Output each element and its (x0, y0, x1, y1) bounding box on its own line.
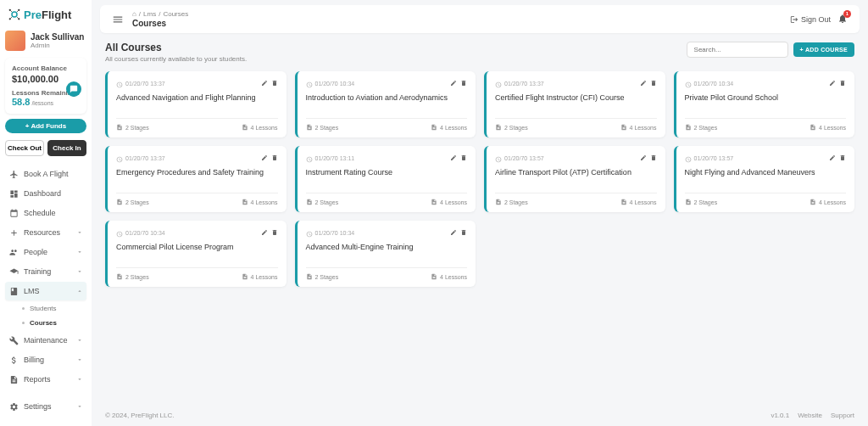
svg-line-7 (11, 17, 13, 19)
svg-line-6 (17, 11, 19, 13)
course-lessons: 4 Lessons (810, 199, 846, 205)
footer-support[interactable]: Support (831, 412, 854, 419)
nav-settings[interactable]: Settings (5, 397, 86, 416)
nav-dashboard[interactable]: Dashboard (5, 184, 86, 203)
edit-icon[interactable] (450, 227, 457, 238)
delete-icon[interactable] (650, 78, 657, 88)
delete-icon[interactable] (650, 153, 657, 163)
delete-icon[interactable] (460, 153, 467, 163)
nav-schedule[interactable]: Schedule (5, 204, 86, 222)
course-date: 01/20/70 13:37 (125, 81, 165, 87)
delete-icon[interactable] (839, 78, 846, 88)
breadcrumb-home[interactable]: ⌂ (132, 10, 136, 18)
main-nav: Book A Flight Dashboard Schedule Resourc… (5, 165, 86, 416)
svg-line-8 (17, 17, 19, 19)
course-lessons: 4 Lessons (620, 124, 657, 131)
delete-icon[interactable] (460, 227, 467, 238)
breadcrumb-lms[interactable]: Lms (143, 10, 156, 18)
calendar-icon (8, 208, 19, 218)
edit-icon[interactable] (261, 153, 268, 163)
course-card[interactable]: 01/20/70 13:57Airline Transport Pilot (A… (484, 146, 665, 212)
svg-point-0 (12, 12, 17, 17)
footer-website[interactable]: Website (798, 412, 822, 419)
course-date: 01/20/70 13:37 (504, 81, 544, 87)
search-input[interactable] (687, 42, 788, 58)
nav-billing[interactable]: Billing (5, 350, 86, 369)
course-lessons: 4 Lessons (810, 124, 846, 131)
chevron-down-icon (76, 337, 83, 344)
delete-icon[interactable] (271, 153, 278, 163)
content: All Courses All courses currently availa… (92, 33, 868, 405)
notifications-button[interactable]: 1 (837, 14, 848, 25)
chat-icon[interactable] (66, 81, 81, 97)
chevron-down-icon (76, 229, 83, 236)
course-card[interactable]: 01/20/70 13:57Night Flying and Advanced … (674, 146, 855, 212)
add-course-button[interactable]: + ADD COURSE (793, 42, 854, 57)
plane-icon (8, 169, 19, 179)
course-card[interactable]: 01/20/70 10:34Introduction to Aviation a… (295, 71, 476, 137)
edit-icon[interactable] (640, 153, 647, 163)
nav-training-label: Training (24, 267, 51, 276)
delete-icon[interactable] (460, 78, 467, 88)
delete-icon[interactable] (271, 78, 278, 88)
edit-icon[interactable] (829, 153, 836, 163)
course-card[interactable]: 01/20/70 13:37Emergency Procedures and S… (105, 146, 287, 212)
edit-icon[interactable] (450, 78, 457, 88)
course-stages: 2 Stages (306, 199, 339, 205)
course-card[interactable]: 01/20/70 10:34Private Pilot Ground Schoo… (674, 71, 855, 137)
people-icon (8, 247, 19, 257)
course-lessons: 4 Lessons (242, 124, 278, 131)
training-icon (8, 266, 19, 277)
subnav-students[interactable]: Students (15, 301, 86, 316)
nav-book-flight[interactable]: Book A Flight (5, 165, 86, 183)
course-title: Airline Transport Pilot (ATP) Certificat… (495, 168, 657, 178)
clock-icon (685, 80, 692, 87)
nav-billing-label: Billing (24, 356, 44, 364)
nav-schedule-label: Schedule (24, 209, 56, 217)
nav-reports[interactable]: Reports (5, 370, 86, 389)
nav-lms[interactable]: LMS (5, 282, 86, 300)
course-title: Advanced Multi-Engine Training (306, 243, 468, 253)
course-title: Private Pilot Ground School (685, 93, 847, 104)
copyright: © 2024, PreFlight LLC. (105, 412, 175, 419)
course-card[interactable]: 01/20/70 13:37Advanced Navigation and Fl… (105, 71, 287, 137)
course-card[interactable]: 01/20/70 10:34Advanced Multi-Engine Trai… (295, 221, 476, 287)
course-card[interactable]: 01/20/70 10:34Commercial Pilot License P… (105, 221, 287, 287)
course-card[interactable]: 01/20/70 13:37Certified Flight Instructo… (484, 71, 665, 137)
course-date: 01/20/70 10:34 (694, 81, 734, 87)
nav-resources[interactable]: Resources (5, 223, 86, 242)
clock-icon (116, 80, 123, 87)
chevron-down-icon (76, 268, 83, 275)
edit-icon[interactable] (450, 153, 457, 163)
user-role: Admin (31, 42, 84, 49)
course-title: Instrument Rating Course (306, 168, 468, 178)
course-title: Night Flying and Advanced Maneuvers (685, 168, 847, 178)
course-title: Advanced Navigation and Flight Planning (116, 93, 278, 104)
avatar (5, 31, 25, 51)
course-stages: 2 Stages (116, 273, 149, 280)
course-card[interactable]: 01/20/70 13:11Instrument Rating Course2 … (295, 146, 476, 212)
nav-people[interactable]: People (5, 243, 86, 261)
clock-icon (306, 80, 313, 87)
edit-icon[interactable] (261, 227, 268, 238)
subnav-courses[interactable]: Courses (15, 316, 86, 330)
course-date: 01/20/70 13:57 (694, 155, 734, 161)
add-funds-button[interactable]: + Add Funds (5, 119, 86, 133)
page-title: Courses (132, 19, 188, 28)
course-lessons: 4 Lessons (431, 273, 467, 280)
hamburger-icon[interactable] (112, 14, 124, 25)
edit-icon[interactable] (640, 78, 647, 88)
chevron-up-icon (76, 288, 83, 294)
user-card: Jack Sullivan Admin (5, 31, 86, 51)
signout-icon (790, 15, 798, 24)
signout-button[interactable]: Sign Out (790, 15, 831, 24)
edit-icon[interactable] (829, 78, 836, 88)
check-in-button[interactable]: Check In (47, 140, 86, 156)
clock-icon (116, 154, 123, 161)
check-out-button[interactable]: Check Out (5, 140, 44, 156)
edit-icon[interactable] (261, 78, 268, 88)
nav-maintenance[interactable]: Maintenance (5, 331, 86, 350)
delete-icon[interactable] (839, 153, 846, 163)
delete-icon[interactable] (271, 227, 278, 238)
nav-training[interactable]: Training (5, 262, 86, 281)
